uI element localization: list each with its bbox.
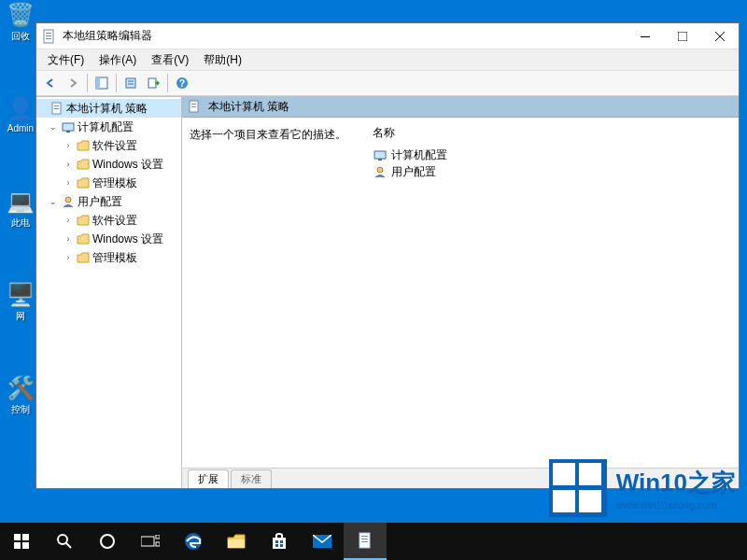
details-pane: 本地计算机 策略 选择一个项目来查看它的描述。 名称 计算机配置 用户配置	[182, 97, 739, 488]
list-item-label: 用户配置	[391, 164, 436, 180]
details-header-title: 本地计算机 策略	[208, 99, 289, 115]
svg-text:?: ?	[179, 78, 185, 89]
app-icon	[42, 29, 57, 44]
svg-rect-19	[63, 123, 74, 131]
svg-rect-40	[273, 538, 286, 549]
menu-action[interactable]: 操作(A)	[92, 50, 144, 70]
maximize-button[interactable]	[664, 23, 701, 49]
cortana-button[interactable]	[86, 523, 129, 560]
collapse-icon[interactable]: ⌄	[48, 122, 59, 132]
column-header-name[interactable]: 名称	[369, 123, 735, 147]
menu-view[interactable]: 查看(V)	[144, 50, 196, 70]
svg-rect-36	[156, 535, 160, 539]
toolbar: ?	[36, 70, 739, 96]
details-header: 本地计算机 策略	[182, 97, 739, 118]
forward-button[interactable]	[63, 73, 83, 93]
tree-windows-settings[interactable]: › Windows 设置	[36, 155, 181, 174]
tree-admin-templates-user[interactable]: › 管理模板	[36, 248, 181, 267]
taskbar-explorer[interactable]	[215, 523, 258, 560]
tree-software-settings-user[interactable]: › 软件设置	[36, 211, 181, 230]
desktop-icon-admin[interactable]: 👤 Admin	[6, 93, 35, 149]
menu-file[interactable]: 文件(F)	[40, 50, 92, 70]
policy-icon	[188, 100, 203, 115]
svg-rect-25	[374, 151, 386, 159]
svg-rect-17	[54, 105, 59, 106]
properties-button[interactable]	[120, 73, 141, 93]
search-button[interactable]	[43, 523, 86, 560]
description-prompt: 选择一个项目来查看它的描述。	[190, 127, 358, 143]
tree-pane[interactable]: 本地计算机 策略 ⌄ 计算机配置 › 软件设置 › Windows 设置 › 管…	[36, 97, 182, 488]
desktop-icon-control-panel[interactable]: 🛠️ 控制	[6, 373, 35, 429]
tree-software-settings[interactable]: › 软件设置	[36, 136, 181, 155]
expand-icon[interactable]: ›	[63, 178, 74, 188]
tree-windows-settings-user[interactable]: › Windows 设置	[36, 230, 181, 248]
expand-icon[interactable]: ›	[63, 160, 74, 169]
show-hide-tree-button[interactable]	[92, 73, 112, 93]
start-button[interactable]	[0, 523, 43, 560]
user-icon: 👤	[6, 93, 35, 123]
gpedit-window: 本地组策略编辑器 文件(F) 操作(A) 查看(V) 帮助(H) ?	[35, 22, 740, 489]
desktop-icon-label: 回收	[11, 30, 30, 43]
watermark: Win10之家 www.win10xitong.com	[549, 459, 736, 517]
watermark-url: www.win10xitong.com	[616, 499, 736, 511]
collapse-icon[interactable]: ⌄	[48, 197, 59, 206]
export-button[interactable]	[143, 73, 163, 93]
desktop-icon-label: 网	[16, 310, 25, 323]
menu-help[interactable]: 帮助(H)	[196, 50, 249, 70]
svg-rect-10	[126, 78, 135, 88]
svg-rect-35	[141, 537, 154, 546]
folder-icon	[76, 231, 91, 246]
tree-root[interactable]: 本地计算机 策略	[36, 99, 181, 118]
tree-label: 管理模板	[92, 175, 137, 191]
svg-rect-3	[46, 38, 51, 39]
back-button[interactable]	[40, 73, 61, 93]
svg-rect-49	[361, 541, 368, 542]
svg-rect-20	[66, 131, 70, 133]
tree-computer-config[interactable]: ⌄ 计算机配置	[36, 118, 181, 136]
tree-admin-templates[interactable]: › 管理模板	[36, 174, 181, 192]
expand-icon[interactable]: ›	[63, 141, 74, 150]
task-view-button[interactable]	[129, 523, 172, 560]
tab-standard[interactable]: 标准	[231, 469, 272, 488]
separator	[87, 74, 88, 92]
tab-extended[interactable]: 扩展	[188, 469, 229, 488]
tree-label: 本地计算机 策略	[66, 101, 148, 117]
tree-user-config[interactable]: ⌄ 用户配置	[36, 192, 181, 211]
svg-rect-37	[156, 542, 160, 546]
description-column: 选择一个项目来查看它的描述。	[182, 118, 365, 468]
menubar: 文件(F) 操作(A) 查看(V) 帮助(H)	[36, 49, 739, 70]
svg-rect-23	[191, 104, 196, 105]
svg-rect-48	[361, 539, 368, 539]
taskbar-edge[interactable]	[172, 523, 215, 560]
desktop-icon-label: 控制	[11, 403, 30, 416]
expand-icon[interactable]: ›	[63, 253, 74, 262]
desktop-icon-this-pc[interactable]: 💻 此电	[6, 187, 35, 243]
svg-rect-42	[280, 540, 283, 543]
taskbar-store[interactable]	[258, 523, 301, 560]
svg-rect-41	[275, 540, 278, 543]
computer-icon: 💻	[6, 187, 35, 217]
tree-label: 用户配置	[78, 194, 122, 210]
close-button[interactable]	[701, 23, 739, 49]
svg-rect-46	[359, 533, 370, 548]
tree-label: 管理模板	[92, 250, 137, 266]
svg-rect-2	[46, 35, 51, 36]
desktop-icon-network[interactable]: 🖥️ 网	[6, 280, 35, 336]
expand-icon[interactable]: ›	[63, 216, 74, 225]
svg-rect-18	[54, 108, 59, 109]
minimize-button[interactable]	[627, 23, 664, 49]
taskbar-gpedit[interactable]	[344, 523, 387, 560]
svg-rect-5	[678, 32, 687, 41]
expand-icon[interactable]: ›	[63, 234, 74, 244]
tree-label: 软件设置	[92, 213, 137, 229]
svg-point-34	[101, 535, 114, 548]
folder-icon	[76, 157, 91, 172]
separator	[167, 74, 168, 92]
taskbar-mail[interactable]	[301, 523, 344, 560]
list-item-user-config[interactable]: 用户配置	[369, 163, 735, 180]
list-item-computer-config[interactable]: 计算机配置	[369, 147, 735, 163]
help-button[interactable]: ?	[172, 73, 192, 93]
titlebar[interactable]: 本地组策略编辑器	[36, 23, 739, 49]
svg-rect-43	[275, 544, 278, 547]
desktop-icon-recycle-bin[interactable]: 🗑️ 回收	[6, 0, 35, 56]
